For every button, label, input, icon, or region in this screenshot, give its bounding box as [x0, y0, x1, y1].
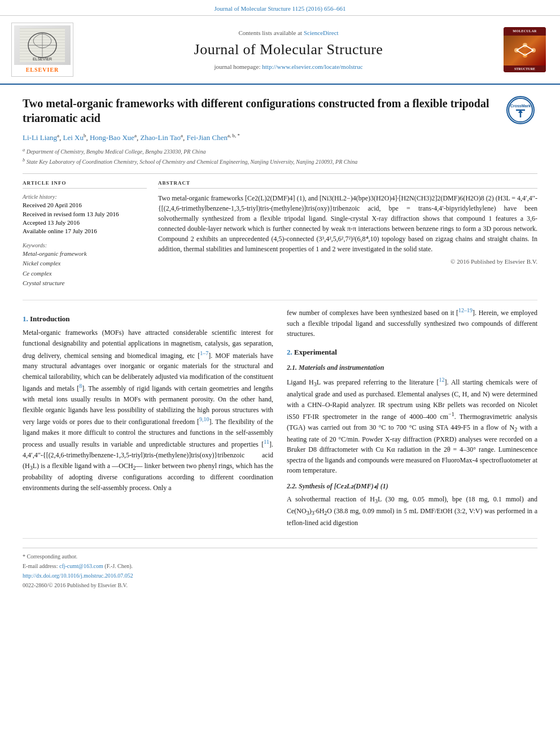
keyword-4: Crystal structure [23, 279, 147, 287]
elsevier-logo-container: ELSEVIER ELSEVIER [11, 23, 73, 77]
footer-divider [23, 538, 537, 539]
journal-homepage-link[interactable]: http://www.elsevier.com/locate/molstruc [262, 63, 362, 70]
affil-a: a Department of Chemistry, Bengbu Medica… [23, 147, 537, 156]
svg-point-1 [28, 33, 56, 58]
crossmark-badge: CrossMark [506, 96, 537, 127]
elsevier-wordmark: ELSEVIER [14, 66, 71, 74]
svg-rect-0 [20, 28, 65, 62]
intro-paragraph-1: Metal-organic frameworks (MOFs) have att… [23, 327, 273, 493]
author-lei-xu: Lei Xu [63, 134, 84, 142]
keyword-3: Ce complex [23, 269, 147, 278]
molecular-structure-badge: MOLECULAR STRUCTURE [504, 27, 546, 72]
received-date: Received 20 April 2016 [23, 201, 147, 209]
issn-line: 0022-2860/© 2016 Published by Elsevier B… [23, 582, 537, 589]
svg-line-12 [525, 50, 533, 55]
doi-link[interactable]: http://dx.doi.org/10.1016/j.molstruc.201… [23, 573, 133, 579]
author-zhao-lin-tao: Zhao-Lin Tao [141, 134, 181, 142]
author-fei-jian-chen: Fei-Jian Chen [186, 134, 228, 142]
article-info-abstract: Article Info Article history: Received 2… [23, 173, 537, 289]
intro-paragraph-continued: few number of complexes have been synthe… [287, 306, 537, 339]
article-body: 1. Introduction Metal-organic frameworks… [23, 306, 537, 532]
affiliations: a Department of Chemistry, Bengbu Medica… [23, 147, 537, 167]
sciencedirect-link[interactable]: ScienceDirect [304, 29, 339, 36]
ref-12-19[interactable]: 12–19 [458, 307, 473, 313]
author-hong-bao-xue: Hong-Bao Xue [90, 134, 134, 142]
section-1-heading: 1. Introduction [23, 314, 273, 324]
materials-paragraph: Ligand H3L was prepared referring to the… [287, 375, 537, 476]
affil-b: b State Key Laboratory of Coordination C… [23, 157, 537, 166]
journal-citation-bar: Journal of Molecular Structure 1125 (201… [0, 0, 560, 16]
abstract-label: Abstract [158, 180, 537, 189]
journal-header-center: Contents lists available at ScienceDirec… [73, 29, 504, 71]
svg-text:CrossMark: CrossMark [510, 104, 531, 108]
sciencedirect-line: Contents lists available at ScienceDirec… [85, 29, 492, 37]
keyword-1: Metal-organic framework [23, 250, 147, 258]
copyright-line: © 2016 Published by Elsevier B.V. [158, 257, 537, 266]
email-link[interactable]: cfj-cumt@163.com [59, 563, 103, 569]
elsevier-logo-box: ELSEVIER ELSEVIER [11, 23, 73, 77]
article-info-column: Article Info Article history: Received 2… [23, 180, 147, 289]
article-content: Two metal-organic frameworks with differ… [0, 85, 560, 602]
synthesis-paragraph: A solvothermal reaction of H3L (30 mg, 0… [287, 494, 537, 528]
accepted-date: Accepted 13 July 2016 [23, 219, 147, 227]
ref-8[interactable]: 8 [79, 383, 82, 389]
mol-badge-top: MOLECULAR [504, 27, 546, 35]
doi-line: http://dx.doi.org/10.1016/j.molstruc.201… [23, 572, 537, 580]
author-li-li-liang: Li-Li Liang [23, 134, 57, 142]
ref-9-10[interactable]: 9,10 [199, 416, 209, 422]
available-date: Available online 17 July 2016 [23, 227, 147, 235]
body-col-left: 1. Introduction Metal-organic frameworks… [23, 306, 273, 532]
article-info-label: Article Info [23, 180, 147, 189]
received-revised-date: Received in revised form 13 July 2016 [23, 210, 147, 219]
journal-logo-right: MOLECULAR STRUCTURE [504, 27, 549, 72]
mol-badge-footer: STRUCTURE [504, 65, 546, 72]
corresponding-note: * Corresponding author. [23, 553, 537, 561]
journal-title-main: Journal of Molecular Structure [85, 40, 492, 60]
keyword-2: Nickel complex [23, 259, 147, 268]
subsection-2-1-heading: 2.1. Materials and instrumentation [287, 363, 537, 373]
section-2-heading: 2. Experimental [287, 347, 537, 357]
journal-header: ELSEVIER ELSEVIER Contents lists availab… [0, 16, 560, 85]
subsection-2-2-heading: 2.2. Synthesis of [Ce₂L₂(DMF)₄] (1) [287, 482, 537, 491]
abstract-text: Two metal-organic frameworks [Ce2(L)2(DM… [158, 193, 537, 254]
article-title: Two metal-organic frameworks with differ… [23, 96, 537, 125]
svg-line-11 [517, 50, 525, 55]
section-divider [23, 300, 537, 300]
journal-homepage: journal homepage: http://www.elsevier.co… [85, 63, 492, 71]
mol-badge-body [504, 36, 546, 65]
svg-line-10 [525, 45, 533, 50]
keywords-list: Metal-organic framework Nickel complex C… [23, 250, 147, 288]
abstract-column: Abstract Two metal-organic frameworks [C… [158, 180, 537, 289]
ref-1-7[interactable]: 1–7 [200, 350, 208, 356]
svg-line-9 [517, 45, 525, 50]
svg-text:ELSEVIER: ELSEVIER [33, 57, 52, 61]
crossmark-circle: CrossMark [506, 96, 535, 124]
authors-line: Li-Li Lianga, Lei Xub, Hong-Bao Xuea, Zh… [23, 132, 537, 143]
keywords-section: Keywords: Metal-organic framework Nickel… [23, 242, 147, 288]
ref-11[interactable]: 11 [264, 439, 269, 445]
article-footer: * Corresponding author. E-mail address: … [23, 548, 537, 589]
article-history: Article history: Received 20 April 2016 … [23, 193, 147, 236]
ref-12b[interactable]: 12 [439, 377, 444, 383]
journal-citation: Journal of Molecular Structure 1125 (201… [215, 5, 346, 12]
email-line: E-mail address: cfj-cumt@163.com (F.-J. … [23, 562, 537, 570]
elsevier-logo-image: ELSEVIER [14, 25, 71, 65]
body-col-right: few number of complexes have been synthe… [287, 306, 537, 532]
